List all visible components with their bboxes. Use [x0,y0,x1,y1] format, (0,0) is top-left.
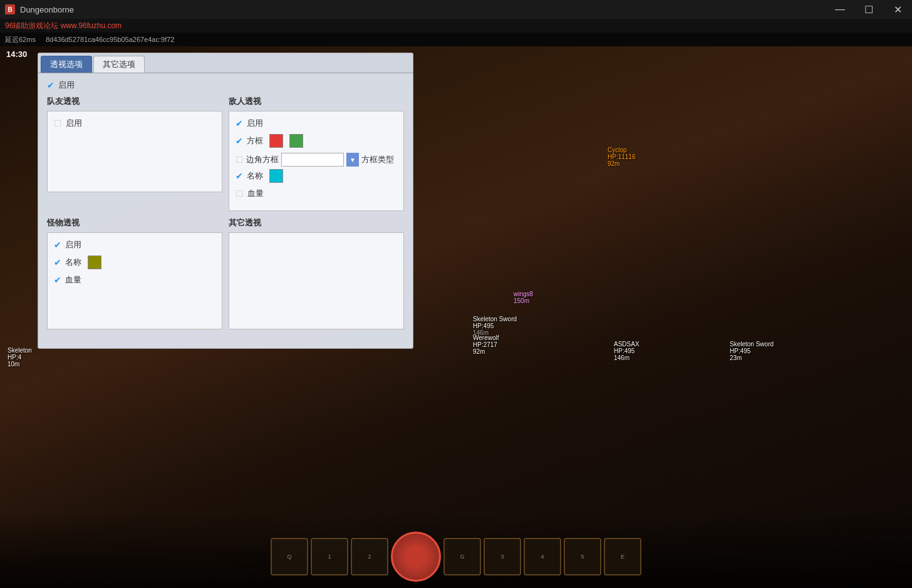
hotbar-slot-q[interactable]: Q [271,538,308,575]
enemy-frame-color-red[interactable] [269,134,283,148]
monster-health-label: 血量 [65,274,81,286]
enemy-frame-color-green[interactable] [289,134,303,148]
enemy-health-label: 血量 [247,188,264,199]
hotbar: Q 1 2 G 3 4 5 E [271,532,641,582]
team-enable-label: 启用 [66,118,82,129]
sections-grid: 队友透视 ☐ 启用 敌人透视 ✔ 启用 [47,96,404,329]
hotbar-key-5: 5 [581,554,584,560]
monster-name-label: 名称 [65,257,81,268]
main-enable-check-icon: ✔ [47,80,54,90]
main-enable-label: 启用 [58,80,75,91]
hotbar-slot-e[interactable]: E [604,538,641,575]
enemy-vision-title: 敌人透视 [229,96,404,107]
team-vision-title: 队友透视 [47,96,222,107]
enemy-vision-box: ✔ 启用 ✔ 方框 ☐ 边角方框 ▼ [229,111,404,211]
game-hud-bottom: Q 1 2 G 3 4 5 E [0,513,912,588]
forum-bar: 96辅助游戏论坛 www.96fuzhu.com [0,19,912,33]
mob-label-cyclop: Cyclop HP:11116 92m [608,147,635,167]
enemy-frame-label: 方框 [247,135,263,147]
hotbar-key-4: 4 [541,554,544,560]
window-controls: — ☐ ✕ [826,0,912,19]
hotbar-key-2: 2 [368,554,371,560]
monster-name-color[interactable] [88,255,101,269]
team-vision-box: ☐ 启用 [47,111,222,192]
enemy-corner-unchecked-icon: ☐ [236,155,244,165]
enemy-corner-dropdown-arrow[interactable]: ▼ [346,153,359,167]
mob-label-wings8: wings8 150m [514,291,533,304]
monster-name-check-icon: ✔ [54,257,61,267]
team-vision-section: 队友透视 ☐ 启用 [47,96,222,211]
title-bar: B Dungeonborne — ☐ ✕ [0,0,912,19]
hotbar-slot-1[interactable]: 1 [311,538,348,575]
mob-label-werewolf: Werewolf HP:2717 92m [473,334,499,355]
monster-name-row: ✔ 名称 [54,255,215,269]
tab-vision-options[interactable]: 透视选项 [41,56,92,73]
other-vision-box [229,232,404,329]
app-icon: B [5,4,15,14]
hotbar-key-3: 3 [500,554,504,560]
app-title: Dungeonborne [20,5,826,14]
hotbar-slot-2[interactable]: 2 [351,538,388,575]
ping-text: 延迟62ms [5,35,36,44]
mob-label-skeleton-left: Skeleton HP:4 10m [8,347,32,368]
monster-health-row: ✔ 血量 [54,274,215,286]
monster-health-check-icon: ✔ [54,275,61,285]
overlay-panel: 透视选项 其它选项 ✔ 启用 队友透视 ☐ 启用 [38,53,413,349]
enemy-name-label: 名称 [247,170,263,182]
enemy-health-row: ☐ 血量 [236,188,397,199]
enemy-name-color[interactable] [269,169,283,183]
mob-label-asdsax: ASDSAX HP:495 146m [614,341,640,361]
hotbar-slot-special[interactable] [391,532,441,582]
enemy-frame-row: ✔ 方框 [236,134,397,148]
mob-label-skeleton1: Skeleton Sword HP:495 23m [730,341,774,361]
panel-content: ✔ 启用 队友透视 ☐ 启用 敌人透视 [38,73,413,336]
minimize-button[interactable]: — [826,0,854,19]
forum-text: 96辅助游戏论坛 www.96fuzhu.com [5,21,122,31]
mob-label-skeleton2: Skeleton Sword HP:495 146m [473,316,517,336]
enemy-enable-row: ✔ 启用 [236,118,397,129]
hotbar-slot-g[interactable]: G [443,538,481,575]
maximize-button[interactable]: ☐ [854,0,883,19]
enemy-name-row: ✔ 名称 [236,169,397,183]
enemy-vision-section: 敌人透视 ✔ 启用 ✔ 方框 ☐ [229,96,404,211]
hotbar-key-g: G [460,554,464,560]
monster-vision-box: ✔ 启用 ✔ 名称 ✔ 血量 [47,232,222,329]
enemy-frame-check-icon: ✔ [236,136,243,146]
enemy-corner-frame-label: 边角方框 [246,154,279,165]
hotbar-key-1: 1 [328,554,331,560]
main-enable-row: ✔ 启用 [47,80,404,91]
tab-bar: 透视选项 其它选项 [38,53,413,73]
monster-enable-label: 启用 [65,239,81,250]
game-content: 14:30 Cyclop HP:11116 92m Skeleton Sword… [0,46,912,588]
hotbar-key-q: Q [287,554,291,560]
close-button[interactable]: ✕ [883,0,912,19]
enemy-enable-check-icon: ✔ [236,118,243,128]
enemy-corner-dropdown[interactable] [281,153,344,167]
hotbar-slot-5[interactable]: 5 [564,538,601,575]
other-vision-section: 其它透视 [229,217,404,329]
enemy-corner-frame-row: ☐ 边角方框 ▼ 方框类型 [236,153,397,167]
status-bar: 延迟62ms 8d436d52781ca46cc95b05a267e4ac:9f… [0,33,912,46]
team-enable-unchecked-icon: ☐ [54,118,62,128]
hash-text: 8d436d52781ca46cc95b05a267e4ac:9f72 [46,36,175,43]
monster-enable-check-icon: ✔ [54,240,61,250]
other-vision-title: 其它透视 [229,217,404,229]
enemy-health-unchecked-icon: ☐ [236,188,244,199]
monster-vision-section: 怪物透视 ✔ 启用 ✔ 名称 ✔ 血量 [47,217,222,329]
tab-other-options[interactable]: 其它选项 [93,56,145,73]
game-time: 14:30 [6,49,27,59]
hotbar-slot-3[interactable]: 3 [484,538,521,575]
hotbar-key-e: E [621,554,624,560]
team-enable-row: ☐ 启用 [54,118,215,129]
monster-enable-row: ✔ 启用 [54,239,215,250]
enemy-enable-label: 启用 [247,118,263,129]
enemy-name-check-icon: ✔ [236,171,243,181]
enemy-frame-type-label: 方框类型 [361,154,394,165]
hotbar-slot-4[interactable]: 4 [524,538,561,575]
monster-vision-title: 怪物透视 [47,217,222,229]
